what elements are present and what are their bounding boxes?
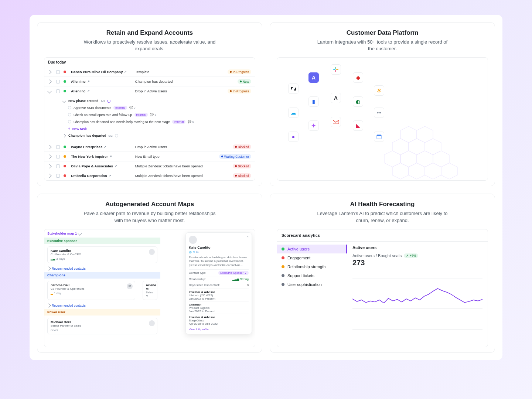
slack-icon [331,64,341,75]
chevron-right-icon [47,303,51,307]
svg-marker-15 [392,163,409,179]
chevron-icon[interactable] [47,89,51,93]
pennant-icon: ◣ [353,120,363,131]
status-badge: Blocked [233,144,251,149]
task-row[interactable]: The New York Inquirer↗ New Email type Wa… [44,152,255,161]
new-task-button[interactable]: +New task [63,125,251,132]
svg-rect-1 [336,69,338,70]
shield-icon: ● [288,132,299,142]
scorecard-panel: Scorecard analytics Active usersEngageme… [277,229,488,347]
person-card-jerome[interactable]: Jerome Bell Co-Founder & Operations ▂1 d… [47,281,135,300]
company-name: Olivia Pope & Associates↗ [71,164,133,168]
chevron-right-icon [47,266,51,270]
status-dot [64,165,66,167]
role-entry: Investor & AdvisorLitebulb (YC W22)Jan 2… [189,289,249,300]
external-link-icon[interactable]: ↗ [115,164,117,168]
external-link-icon[interactable]: ↗ [87,80,90,83]
chevron-icon[interactable] [47,164,51,168]
subtask-row[interactable]: Approve SMB documentsInternal💬 0 [63,104,251,111]
task-desc: Template [135,70,216,74]
close-icon[interactable]: × [247,235,249,238]
phase-subarea: New phase created1/3Approve SMB document… [44,96,255,142]
task-row[interactable]: Allen Inc↗ Drop in Active Users In-Progr… [44,86,255,96]
task-desc: New Email type [135,154,216,158]
amaps-panel: Stakeholder map 1 Executive sponsor Kate… [44,229,255,347]
checkbox[interactable] [56,174,60,178]
company-name: Umbrella Corporation↗ [71,174,133,178]
svg-marker-7 [417,126,433,143]
metric-main: Active users Active users / Bought seats… [347,242,488,347]
metric-delta: ↗ +7% [404,253,418,258]
feature-grid: Retain and Expand Accounts Workflows to … [30,15,502,360]
person-card-arlene[interactable]: Arlene M Sales M [143,281,157,300]
metric-nav-item[interactable]: Engagement [277,253,347,262]
gear-splash-icon: ✦ [308,120,319,131]
checkbox[interactable] [56,155,60,158]
metric-nav-item[interactable]: User sophistication [277,280,347,289]
rec-contacts-2[interactable]: Recommended contacts [44,302,160,309]
task-row[interactable]: Allen Inc↗ Champion has departed New [44,77,255,86]
s-icon: S [374,85,384,96]
pop-bio: Passionate about building world-class te… [189,256,249,267]
svg-marker-12 [417,151,433,167]
metric-dot [282,248,284,250]
chevron-icon[interactable] [47,79,51,83]
external-link-icon[interactable]: ↗ [109,174,111,177]
metric-nav-item[interactable]: Active users [277,245,347,253]
person-card-michael[interactable]: Michael Rora Senior Partner of Sales nev… [47,318,157,334]
comment-count: 💬 3 [150,113,156,116]
view-full-profile-link[interactable]: View full profile [189,328,209,331]
chevron-right-icon[interactable] [62,134,66,137]
external-link-icon[interactable]: ↗ [109,155,112,158]
checkbox[interactable] [56,89,60,93]
chevron-icon[interactable] [47,70,51,74]
task-row[interactable]: Umbrella Corporation↗ Multiple Zendesk t… [44,171,255,180]
task-desc: Drop in Active Users [135,145,216,149]
svg-marker-8 [409,139,425,155]
radio-icon[interactable] [68,106,71,109]
internal-tag: Internal [134,113,148,117]
svg-marker-14 [384,151,400,167]
cdp-card: Customer Data Platform Lantern integrate… [270,22,495,186]
checkbox[interactable] [56,145,60,149]
person-card-kate[interactable]: Kate Candito Co-Founder & Co-CEO ▂▃3 day… [47,246,157,263]
checkbox[interactable] [56,164,60,168]
internal-tag: Internal [113,106,127,110]
avatar [149,249,155,255]
metric-page-title: Active users [352,245,482,250]
radio-icon[interactable] [68,120,71,123]
chevron-icon[interactable] [47,145,51,149]
external-link-icon[interactable]: ↗ [124,70,127,74]
external-link-icon[interactable]: ↗ [104,145,106,149]
intercom-icon: ▮ [308,96,319,107]
cat-exec: Executive sponsor [44,238,160,244]
social-icons: @𝕏in [189,250,249,254]
due-today-header: Due today [44,58,255,67]
status-dot [64,155,66,158]
rec-contacts-1[interactable]: Recommended contacts [44,265,160,272]
task-row[interactable]: Olivia Pope & Associates↗ Multiple Zende… [44,161,255,171]
radio-icon[interactable] [68,113,71,116]
chevron-icon[interactable] [47,174,51,178]
subtask-row[interactable]: Champion has departed and needs help mov… [63,118,251,125]
task-desc: Champion has departed [135,79,216,83]
metric-nav-item[interactable]: Support tickets [277,271,347,280]
chevron-down-icon[interactable] [62,99,66,103]
checkbox[interactable] [56,80,60,83]
task-row[interactable]: Genco Pura Olive Oil Company↗ Template I… [44,67,255,77]
external-link-icon[interactable]: ↗ [87,89,90,93]
checkbox[interactable] [56,70,60,74]
comment-count: 💬 0 [188,120,194,123]
subtask-row[interactable]: Check on email open rate and follow-upIn… [63,111,251,118]
avatar [189,236,197,244]
chevron-icon[interactable] [47,154,51,158]
stakeholder-column: Stakeholder map 1 Executive sponsor Kate… [44,229,160,334]
metric-nav-item[interactable]: Relationship strength [277,262,347,271]
status-badge: In-Progress [228,69,251,74]
contact-type-select[interactable]: Executive Sponsor ⌄ [218,271,249,275]
map-selector[interactable]: Stakeholder map 1 [44,229,160,238]
company-name: The New York Inquirer↗ [71,154,133,158]
status-badge: New [238,79,251,84]
task-row[interactable]: Wayne Enterprises↗ Drop in Active Users … [44,142,255,152]
due-today-panel: Due today Genco Pura Olive Oil Company↗ … [44,57,255,181]
